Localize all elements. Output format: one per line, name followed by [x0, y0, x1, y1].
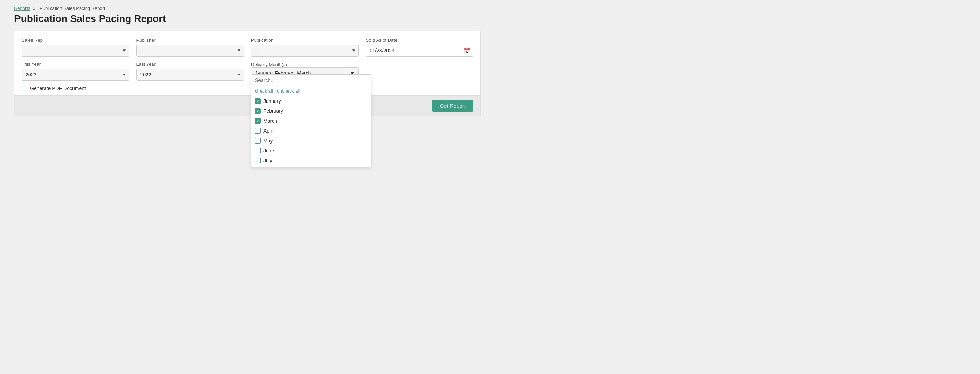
last-year-group: Last Year 2022 2021 2020 ▼ — [137, 62, 244, 81]
breadcrumb-reports-link[interactable]: Reports — [14, 6, 30, 11]
publication-select-wrapper: — ▼ — [251, 45, 359, 57]
month-option-july[interactable]: July — [251, 156, 371, 166]
sales-rep-label: Sales Rep — [22, 37, 129, 43]
this-year-group: This Year 2023 2022 2021 ▼ — [22, 62, 129, 81]
sold-as-of-date-group: Sold As of Date 📅 — [366, 37, 474, 57]
month-option-june[interactable]: June — [251, 146, 371, 156]
this-year-select-wrapper: 2023 2022 2021 ▼ — [22, 68, 129, 81]
generate-pdf-row: Generate PDF Document — [22, 86, 473, 91]
month-checkbox-february[interactable] — [255, 108, 261, 114]
last-year-select[interactable]: 2022 2021 2020 — [137, 68, 244, 81]
filter-row-2: This Year 2023 2022 2021 ▼ Last Year 202… — [22, 62, 473, 81]
month-label-march: March — [263, 118, 277, 124]
month-option-april[interactable]: April — [251, 126, 371, 136]
footer-bar: Get Report — [14, 95, 480, 116]
publisher-label: Publisher — [137, 37, 244, 43]
month-label-april: April — [263, 128, 273, 134]
check-all-link[interactable]: check all — [255, 88, 273, 94]
month-label-may: May — [263, 138, 272, 143]
sales-rep-group: Sales Rep — ▼ — [22, 37, 129, 57]
breadcrumb-separator: » — [33, 6, 35, 11]
delivery-months-dropdown-panel: check all uncheck all January February — [251, 74, 371, 167]
sales-rep-select-wrapper: — ▼ — [22, 45, 129, 57]
publisher-select[interactable]: — — [137, 45, 244, 57]
sold-as-of-date-wrapper: 📅 — [366, 45, 474, 57]
calendar-icon[interactable]: 📅 — [463, 48, 471, 54]
publication-label: Publication — [251, 37, 359, 43]
month-option-february[interactable]: February — [251, 106, 371, 116]
month-checkbox-april[interactable] — [255, 128, 261, 134]
publisher-group: Publisher — ▼ — [137, 37, 244, 57]
month-label-june: June — [263, 148, 274, 153]
last-year-label: Last Year — [137, 62, 244, 67]
get-report-button[interactable]: Get Report — [432, 100, 473, 112]
sold-as-of-date-input[interactable] — [366, 45, 474, 57]
delivery-months-group: Delivery Month(s) January, February, Mar… — [251, 62, 359, 81]
month-option-march[interactable]: March — [251, 116, 371, 126]
month-checkbox-july[interactable] — [255, 158, 261, 163]
generate-pdf-checkbox[interactable] — [22, 86, 27, 91]
month-option-may[interactable]: May — [251, 136, 371, 146]
breadcrumb: Reports » Publication Sales Pacing Repor… — [14, 6, 481, 11]
month-checkbox-march[interactable] — [255, 118, 261, 124]
month-label-july: July — [263, 158, 272, 163]
breadcrumb-current: Publication Sales Pacing Report — [40, 6, 105, 11]
month-checkbox-june[interactable] — [255, 148, 261, 153]
publication-select[interactable]: — — [251, 45, 359, 57]
delivery-months-options: January February March — [251, 96, 371, 167]
page-title: Publication Sales Pacing Report — [14, 13, 481, 24]
month-label-january: January — [263, 98, 281, 104]
generate-pdf-label: Generate PDF Document — [30, 86, 86, 91]
delivery-months-links: check all uncheck all — [251, 86, 371, 96]
sold-as-of-date-label: Sold As of Date — [366, 37, 474, 43]
this-year-label: This Year — [22, 62, 129, 67]
sales-rep-select[interactable]: — — [22, 45, 129, 57]
month-option-january[interactable]: January — [251, 96, 371, 106]
filter-card: Sales Rep — ▼ Publisher — ▼ — [14, 31, 481, 116]
month-checkbox-january[interactable] — [255, 98, 261, 104]
last-year-select-wrapper: 2022 2021 2020 ▼ — [137, 68, 244, 81]
publication-group: Publication — ▼ — [251, 37, 359, 57]
uncheck-all-link[interactable]: uncheck all — [277, 88, 300, 94]
delivery-months-search-input[interactable] — [251, 75, 371, 86]
month-option-august[interactable]: August — [251, 166, 371, 167]
publisher-select-wrapper: — ▼ — [137, 45, 244, 57]
this-year-select[interactable]: 2023 2022 2021 — [22, 68, 129, 81]
month-label-february: February — [263, 108, 283, 114]
filter-row-1: Sales Rep — ▼ Publisher — ▼ — [22, 37, 473, 57]
delivery-months-label: Delivery Month(s) — [251, 62, 287, 67]
month-checkbox-may[interactable] — [255, 138, 261, 143]
